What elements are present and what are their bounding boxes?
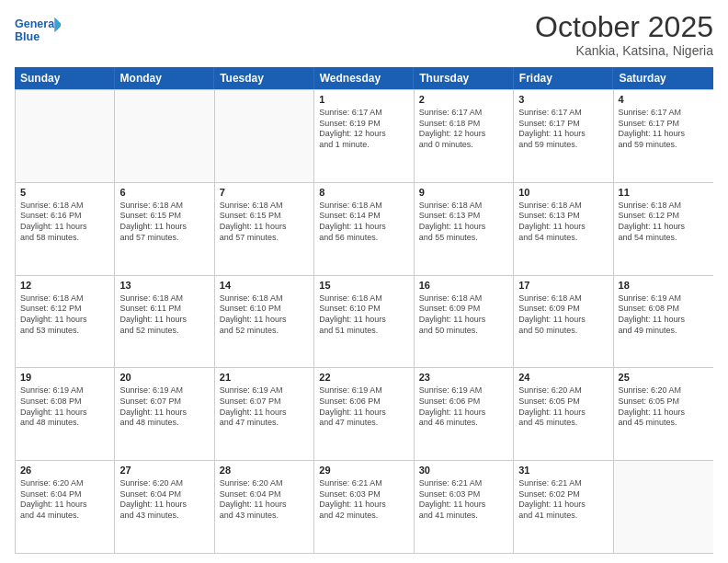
day-cell-26: 26Sunrise: 6:20 AM Sunset: 6:04 PM Dayli… [16, 461, 115, 553]
logo-svg: General Blue [15, 11, 61, 48]
day-header-wednesday: Wednesday [314, 67, 415, 89]
cell-info-text: Sunrise: 6:19 AM Sunset: 6:08 PM Dayligh… [20, 385, 109, 429]
cell-date-number: 17 [518, 279, 608, 293]
cell-date-number: 30 [419, 464, 508, 477]
cell-info-text: Sunrise: 6:20 AM Sunset: 6:05 PM Dayligh… [619, 385, 709, 429]
svg-text:General: General [15, 17, 58, 30]
cell-info-text: Sunrise: 6:17 AM Sunset: 6:17 PM Dayligh… [518, 108, 608, 151]
month-title: October 2025 [535, 11, 713, 43]
cell-date-number: 7 [220, 186, 309, 200]
cell-date-number: 25 [619, 371, 709, 385]
cell-info-text: Sunrise: 6:18 AM Sunset: 6:13 PM Dayligh… [419, 201, 508, 244]
day-cell-10: 10Sunrise: 6:18 AM Sunset: 6:13 PM Dayli… [514, 183, 613, 275]
svg-text:Blue: Blue [15, 30, 40, 43]
cell-date-number: 18 [619, 279, 709, 293]
cell-date-number: 23 [419, 371, 508, 385]
cell-info-text: Sunrise: 6:21 AM Sunset: 6:03 PM Dayligh… [419, 478, 508, 522]
day-cell-23: 23Sunrise: 6:19 AM Sunset: 6:06 PM Dayli… [415, 368, 514, 460]
day-cell-6: 6Sunrise: 6:18 AM Sunset: 6:15 PM Daylig… [115, 183, 214, 275]
svg-marker-2 [54, 17, 61, 33]
calendar: SundayMondayTuesdayWednesdayThursdayFrid… [15, 67, 713, 554]
cell-info-text: Sunrise: 6:21 AM Sunset: 6:02 PM Dayligh… [518, 478, 608, 522]
cell-date-number: 8 [319, 186, 408, 200]
day-cell-11: 11Sunrise: 6:18 AM Sunset: 6:12 PM Dayli… [614, 183, 713, 275]
calendar-body: 1Sunrise: 6:17 AM Sunset: 6:19 PM Daylig… [15, 89, 713, 554]
cell-date-number: 5 [20, 186, 109, 200]
cell-date-number: 24 [518, 371, 608, 385]
cell-date-number: 2 [419, 93, 508, 107]
cell-info-text: Sunrise: 6:17 AM Sunset: 6:19 PM Dayligh… [319, 108, 408, 151]
cell-info-text: Sunrise: 6:18 AM Sunset: 6:12 PM Dayligh… [619, 201, 709, 244]
day-cell-15: 15Sunrise: 6:18 AM Sunset: 6:10 PM Dayli… [314, 276, 414, 368]
cell-info-text: Sunrise: 6:19 AM Sunset: 6:06 PM Dayligh… [419, 385, 508, 429]
title-block: October 2025 Kankia, Katsina, Nigeria [535, 11, 713, 58]
day-cell-5: 5Sunrise: 6:18 AM Sunset: 6:16 PM Daylig… [16, 183, 115, 275]
empty-cell-0-0 [16, 90, 115, 182]
cell-date-number: 12 [20, 279, 109, 293]
day-cell-8: 8Sunrise: 6:18 AM Sunset: 6:14 PM Daylig… [314, 183, 414, 275]
day-cell-14: 14Sunrise: 6:18 AM Sunset: 6:10 PM Dayli… [215, 276, 314, 368]
day-header-tuesday: Tuesday [214, 67, 314, 89]
day-header-friday: Friday [514, 67, 614, 89]
day-cell-1: 1Sunrise: 6:17 AM Sunset: 6:19 PM Daylig… [314, 90, 414, 182]
day-cell-21: 21Sunrise: 6:19 AM Sunset: 6:07 PM Dayli… [215, 368, 314, 460]
cell-date-number: 6 [119, 186, 209, 200]
day-cell-2: 2Sunrise: 6:17 AM Sunset: 6:18 PM Daylig… [415, 90, 514, 182]
cell-info-text: Sunrise: 6:18 AM Sunset: 6:16 PM Dayligh… [20, 201, 109, 244]
cell-info-text: Sunrise: 6:20 AM Sunset: 6:04 PM Dayligh… [220, 478, 309, 522]
day-header-monday: Monday [115, 67, 215, 89]
calendar-row-1: 1Sunrise: 6:17 AM Sunset: 6:19 PM Daylig… [16, 90, 713, 183]
cell-info-text: Sunrise: 6:18 AM Sunset: 6:15 PM Dayligh… [119, 201, 209, 244]
day-cell-16: 16Sunrise: 6:18 AM Sunset: 6:09 PM Dayli… [415, 276, 514, 368]
cell-date-number: 20 [119, 371, 209, 385]
cell-info-text: Sunrise: 6:18 AM Sunset: 6:10 PM Dayligh… [319, 293, 408, 337]
day-cell-7: 7Sunrise: 6:18 AM Sunset: 6:15 PM Daylig… [215, 183, 314, 275]
day-cell-22: 22Sunrise: 6:19 AM Sunset: 6:06 PM Dayli… [314, 368, 414, 460]
cell-info-text: Sunrise: 6:17 AM Sunset: 6:18 PM Dayligh… [419, 108, 508, 151]
calendar-row-5: 26Sunrise: 6:20 AM Sunset: 6:04 PM Dayli… [16, 461, 713, 554]
empty-cell-0-1 [115, 90, 214, 182]
day-cell-18: 18Sunrise: 6:19 AM Sunset: 6:08 PM Dayli… [614, 276, 713, 368]
cell-date-number: 15 [319, 279, 408, 293]
cell-date-number: 27 [119, 464, 209, 477]
day-cell-19: 19Sunrise: 6:19 AM Sunset: 6:08 PM Dayli… [16, 368, 115, 460]
day-cell-13: 13Sunrise: 6:18 AM Sunset: 6:11 PM Dayli… [115, 276, 214, 368]
day-cell-9: 9Sunrise: 6:18 AM Sunset: 6:13 PM Daylig… [415, 183, 514, 275]
cell-date-number: 4 [619, 93, 709, 107]
cell-date-number: 16 [419, 279, 508, 293]
day-cell-17: 17Sunrise: 6:18 AM Sunset: 6:09 PM Dayli… [514, 276, 613, 368]
calendar-row-2: 5Sunrise: 6:18 AM Sunset: 6:16 PM Daylig… [16, 183, 713, 276]
cell-date-number: 13 [119, 279, 209, 293]
cell-info-text: Sunrise: 6:18 AM Sunset: 6:10 PM Dayligh… [220, 293, 309, 337]
day-cell-27: 27Sunrise: 6:20 AM Sunset: 6:04 PM Dayli… [115, 461, 214, 553]
cell-info-text: Sunrise: 6:19 AM Sunset: 6:06 PM Dayligh… [319, 385, 408, 429]
cell-info-text: Sunrise: 6:18 AM Sunset: 6:14 PM Dayligh… [319, 201, 408, 244]
cell-info-text: Sunrise: 6:19 AM Sunset: 6:07 PM Dayligh… [119, 385, 209, 429]
cell-info-text: Sunrise: 6:18 AM Sunset: 6:12 PM Dayligh… [20, 293, 109, 337]
cell-info-text: Sunrise: 6:19 AM Sunset: 6:08 PM Dayligh… [619, 293, 709, 337]
empty-cell-0-2 [215, 90, 314, 182]
cell-info-text: Sunrise: 6:20 AM Sunset: 6:04 PM Dayligh… [119, 478, 209, 522]
cell-date-number: 11 [619, 186, 709, 200]
day-cell-20: 20Sunrise: 6:19 AM Sunset: 6:07 PM Dayli… [115, 368, 214, 460]
day-cell-28: 28Sunrise: 6:20 AM Sunset: 6:04 PM Dayli… [215, 461, 314, 553]
cell-info-text: Sunrise: 6:18 AM Sunset: 6:09 PM Dayligh… [419, 293, 508, 337]
day-cell-4: 4Sunrise: 6:17 AM Sunset: 6:17 PM Daylig… [614, 90, 713, 182]
cell-info-text: Sunrise: 6:18 AM Sunset: 6:11 PM Dayligh… [119, 293, 209, 337]
cell-date-number: 26 [20, 464, 109, 477]
day-cell-12: 12Sunrise: 6:18 AM Sunset: 6:12 PM Dayli… [16, 276, 115, 368]
cell-date-number: 10 [518, 186, 608, 200]
cell-info-text: Sunrise: 6:18 AM Sunset: 6:09 PM Dayligh… [518, 293, 608, 337]
day-header-sunday: Sunday [15, 67, 115, 89]
cell-info-text: Sunrise: 6:21 AM Sunset: 6:03 PM Dayligh… [319, 478, 408, 522]
calendar-row-4: 19Sunrise: 6:19 AM Sunset: 6:08 PM Dayli… [16, 368, 713, 461]
cell-date-number: 3 [518, 93, 608, 107]
day-header-thursday: Thursday [414, 67, 514, 89]
day-cell-31: 31Sunrise: 6:21 AM Sunset: 6:02 PM Dayli… [514, 461, 613, 553]
logo: General Blue [15, 11, 61, 48]
empty-cell-4-6 [614, 461, 713, 553]
day-cell-3: 3Sunrise: 6:17 AM Sunset: 6:17 PM Daylig… [514, 90, 613, 182]
cell-date-number: 28 [220, 464, 309, 477]
cell-date-number: 21 [220, 371, 309, 385]
cell-date-number: 31 [518, 464, 608, 477]
